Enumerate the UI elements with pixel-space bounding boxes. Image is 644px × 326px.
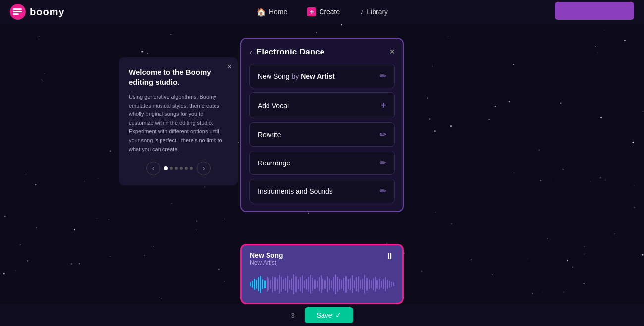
waveform-bar [335,274,336,294]
edit-icon-instruments: ✏ [380,186,386,196]
waveform-bar [302,275,303,293]
waveform-bar [366,278,367,291]
option-rewrite[interactable]: Rewrite ✏ [249,122,395,147]
waveform-bar [250,282,251,286]
welcome-next-button[interactable]: › [197,162,211,175]
waveform-bar [287,276,288,293]
nav-home-label: Home [269,8,287,16]
waveform-bar [274,277,275,291]
waveform-bar [300,277,301,291]
option-add-vocal[interactable]: Add Vocal + [249,92,395,118]
dot-5 [185,167,188,170]
waveform-bar [385,277,386,291]
option-rearrange[interactable]: Rearrange ✏ [249,151,395,175]
waveform-bar [270,280,271,289]
waveform-bar [352,275,353,293]
waveform-bar [348,279,349,289]
svg-rect-0 [13,8,22,10]
plus-icon-vocal: + [380,100,386,111]
welcome-title: Welcome to the Boomy editing studio. [129,67,228,87]
by-text: by [291,72,301,80]
dot-3 [175,167,178,170]
waveform-bar [285,278,286,291]
waveform-bar [283,279,284,289]
waveform-bar [364,275,365,294]
new-song-text: New Song [258,72,290,80]
waveform-bar [341,280,342,289]
waveform-bar [350,278,351,290]
waveform-bar [393,282,394,286]
waveform-bar [329,278,330,290]
player-info: New Song New Artist ⏸ [250,251,394,266]
waveform-bar [254,279,255,290]
modal-header: ‹ Electronic Dance × [249,47,395,57]
welcome-dots [164,166,193,170]
waveform-bar [331,280,332,288]
waveform-bar [298,279,299,289]
waveform-bar [373,278,374,290]
waveform-bar [383,279,384,289]
waveform-bar [295,276,296,292]
waveform-bar [289,280,290,289]
nav-library[interactable]: ♪ Library [360,7,388,16]
waveform-bar [360,280,361,289]
logo-icon [10,4,26,20]
nav-library-label: Library [367,8,388,16]
home-icon: 🏠 [256,7,266,17]
waveform-bar [277,279,278,290]
svg-rect-1 [13,11,22,12]
waveform-bar [279,275,280,294]
waveform-bar [291,278,292,290]
option-new-song[interactable]: New Song by New Artist ✏ [249,64,395,88]
waveform-bar [314,279,315,289]
waveform-bar [354,280,355,288]
option-instruments[interactable]: Instruments and Sounds ✏ [249,179,395,203]
waveform-bar [281,277,282,292]
player-bar: New Song New Artist ⏸ [240,244,404,304]
create-plus-icon: + [307,7,316,16]
dot-6 [190,167,193,170]
waveform-bar [322,279,323,290]
waveform-bar [262,279,263,289]
waveform-bar [308,277,309,292]
waveform-bar [268,278,269,290]
waveform-bar [337,277,338,292]
waveform-bar [391,282,392,287]
modal-close-button[interactable]: × [389,47,395,57]
option-instruments-label: Instruments and Sounds [258,187,333,195]
welcome-close-button[interactable]: × [227,62,232,71]
welcome-body: Using generative algorithms, Boomy emula… [129,93,228,154]
waveform [250,272,394,297]
waveform-bar [375,277,376,292]
option-new-song-label: New Song by New Artist [258,72,335,80]
waveform-bar [387,280,388,289]
edit-icon-new-song: ✏ [380,71,386,81]
pause-button[interactable]: ⏸ [385,251,394,262]
nav-create[interactable]: + Create [307,7,340,16]
waveform-bar [304,280,305,288]
waveform-bar [264,280,265,288]
dot-4 [180,167,183,170]
waveform-bar [339,279,340,290]
waveform-bar [333,277,334,291]
waveform-bar [252,281,253,288]
waveform-bar [267,277,268,292]
edit-icon-rearrange: ✏ [380,158,386,167]
edit-modal: ‹ Electronic Dance × New Song by New Art… [240,38,404,212]
welcome-prev-button[interactable]: ‹ [146,162,160,175]
nav-home[interactable]: 🏠 Home [256,7,287,17]
waveform-bar [381,281,382,288]
waveform-bar [371,280,372,288]
header-action-button[interactable] [555,2,634,20]
waveform-bar [321,275,322,293]
nav-center: 🏠 Home + Create ♪ Library [256,7,388,17]
logo-area: boomy [10,4,65,20]
waveform-bar [319,277,320,291]
player-titles: New Song New Artist [250,251,283,266]
svg-rect-2 [13,13,19,15]
dot-2 [170,167,173,170]
edit-icon-rewrite: ✏ [380,130,386,139]
modal-back-button[interactable]: ‹ [249,48,252,56]
waveform-bar [358,276,359,292]
welcome-card: × Welcome to the Boomy editing studio. U… [119,57,238,185]
